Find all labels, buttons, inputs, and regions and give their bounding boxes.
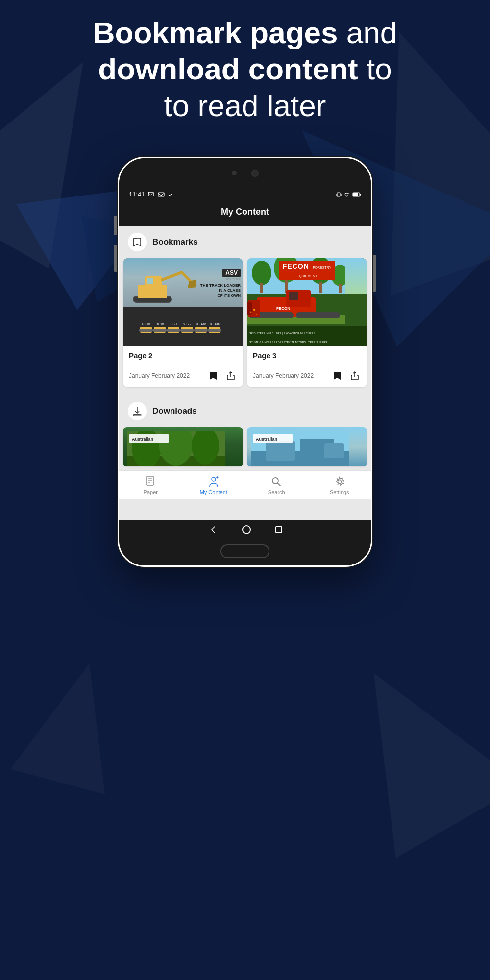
svg-point-73	[212, 477, 216, 481]
fecon-product-bar: SKID STEER MULCHERS | EXCAVATOR MULCHERS…	[247, 326, 367, 346]
app-header: My Content	[119, 201, 371, 226]
phone-body: 11:41	[118, 157, 372, 567]
settings-nav-label: Settings	[330, 490, 349, 495]
asv-cover-top: ASV POSI-TRACK THE TRACK LOADERIN A CLAS…	[123, 258, 243, 307]
paper-icon	[146, 476, 155, 488]
downloads-title: Downloads	[152, 406, 197, 416]
download-card-2[interactable]: Australian	[247, 427, 367, 466]
svg-point-50	[253, 309, 255, 311]
aus-cover-2: Australian	[247, 427, 367, 466]
svg-rect-66	[324, 443, 344, 458]
bookmarks-cards-grid: ASV POSI-TRACK THE TRACK LOADERIN A CLAS…	[119, 258, 371, 391]
phone-mockup: 11:41	[118, 157, 372, 567]
nav-item-my-content[interactable]: My Content	[182, 471, 245, 499]
card-2-date: January February 2022	[253, 372, 314, 380]
card-1-image: ASV POSI-TRACK THE TRACK LOADERIN A CLAS…	[123, 258, 243, 346]
svg-rect-20	[167, 329, 180, 332]
aus-cover-1-svg: Australian	[127, 431, 225, 466]
back-arrow-icon	[208, 525, 218, 535]
svg-rect-12	[147, 278, 153, 284]
svg-rect-26	[208, 329, 221, 332]
home-pill[interactable]	[220, 544, 270, 558]
svg-rect-24	[194, 329, 208, 332]
svg-rect-2	[337, 193, 340, 196]
card-2-share-btn[interactable]	[348, 369, 361, 382]
share-icon-2	[351, 371, 359, 381]
card-1-date: January February 2022	[129, 372, 190, 380]
gmail-icon	[158, 192, 165, 197]
aus-cover-1: Australian	[123, 427, 243, 466]
bookmark-filled-icon	[209, 371, 217, 381]
svg-rect-18	[153, 329, 167, 332]
svg-rect-0	[148, 192, 153, 196]
svg-rect-64	[266, 441, 295, 461]
svg-line-13	[162, 272, 182, 280]
search-nav-icon	[271, 476, 282, 487]
svg-line-14	[182, 272, 192, 282]
svg-rect-7	[360, 194, 361, 196]
phone-home-pill-area	[119, 539, 371, 565]
asv-tagline: THE TRACK LOADERIN A CLASSOF ITS OWN	[200, 283, 241, 298]
phone-power-button	[373, 255, 376, 292]
phone-volume-up-button	[114, 216, 117, 235]
download-card-2-image: Australian	[247, 427, 367, 466]
fecon-products-text: SKID STEER MULCHERS | EXCAVATOR MULCHERS…	[249, 332, 327, 343]
download-icon	[133, 406, 142, 416]
svg-text:RT-75: RT-75	[169, 322, 177, 325]
svg-point-51	[250, 312, 252, 313]
download-card-1-image: Australian	[123, 427, 243, 466]
home-button[interactable]	[242, 525, 251, 534]
settings-nav-icon	[334, 476, 345, 487]
card-1-share-btn[interactable]	[224, 369, 237, 382]
download-card-1[interactable]: Australian	[123, 427, 243, 466]
card-2-bookmark-btn[interactable]	[331, 369, 343, 382]
vibrate-icon	[336, 192, 342, 197]
nav-item-paper[interactable]: Paper	[119, 471, 182, 499]
svg-rect-6	[353, 193, 358, 196]
bookmark-card-1[interactable]: ASV POSI-TRACK THE TRACK LOADERIN A CLAS…	[123, 258, 243, 387]
search-nav-label: Search	[268, 490, 285, 495]
svg-text:RT-60: RT-60	[155, 322, 164, 325]
svg-text:RT-120: RT-120	[196, 322, 206, 325]
recents-button[interactable]	[275, 526, 282, 533]
asv-cover: ASV POSI-TRACK THE TRACK LOADERIN A CLAS…	[123, 258, 243, 346]
asv-logo-block: ASV POSI-TRACK THE TRACK LOADERIN A CLAS…	[200, 268, 241, 298]
status-time: 11:41	[129, 191, 145, 198]
svg-text:Australian: Australian	[256, 437, 277, 441]
status-bar: 11:41	[119, 188, 371, 201]
phone-top-area	[119, 158, 371, 188]
svg-rect-16	[139, 329, 153, 332]
svg-rect-22	[180, 329, 194, 332]
card-2-actions	[331, 369, 361, 382]
card-1-info: Page 2 January February 2022	[123, 346, 243, 387]
nav-item-search[interactable]: Search	[245, 471, 308, 499]
bookmark-section-icon	[133, 237, 142, 247]
back-button[interactable]	[208, 525, 218, 535]
my-content-nav-label: My Content	[200, 490, 227, 495]
aus-cover-2-svg: Australian	[251, 431, 349, 466]
asv-cover-bottom: RT-40 RT-60 RT-75 VT-70 RT-120 RT-135	[123, 307, 243, 346]
fecon-logo-text: FECON	[283, 262, 309, 270]
phone-volume-down-button	[114, 245, 117, 272]
downloads-section-header: Downloads	[119, 395, 371, 427]
card-2-page: Page 3	[253, 351, 361, 360]
card-1-bookmark-btn[interactable]	[207, 369, 220, 382]
svg-rect-54	[133, 414, 141, 416]
svg-text:RT-135: RT-135	[210, 322, 220, 325]
bookmark-card-2[interactable]: FECON FORESTRYEQUIPMENT	[247, 258, 367, 387]
svg-text:VT-70: VT-70	[183, 322, 191, 325]
bookmark-filled-icon-2	[333, 371, 341, 381]
notification-icon	[148, 192, 155, 197]
downloads-section: Downloads	[119, 395, 371, 470]
card-1-actions	[207, 369, 237, 382]
card-2-image: FECON FORESTRYEQUIPMENT	[247, 258, 367, 346]
status-left: 11:41	[129, 191, 173, 198]
fecon-machine-svg: FECON	[247, 288, 345, 324]
app-title: My Content	[221, 207, 269, 217]
nav-item-settings[interactable]: Settings	[308, 471, 371, 499]
bookmarks-section-header: Bookmarks	[119, 226, 371, 258]
svg-rect-45	[289, 292, 298, 300]
paper-nav-icon	[146, 476, 155, 488]
my-content-nav-icon	[208, 476, 219, 488]
card-1-page: Page 2	[129, 351, 237, 360]
